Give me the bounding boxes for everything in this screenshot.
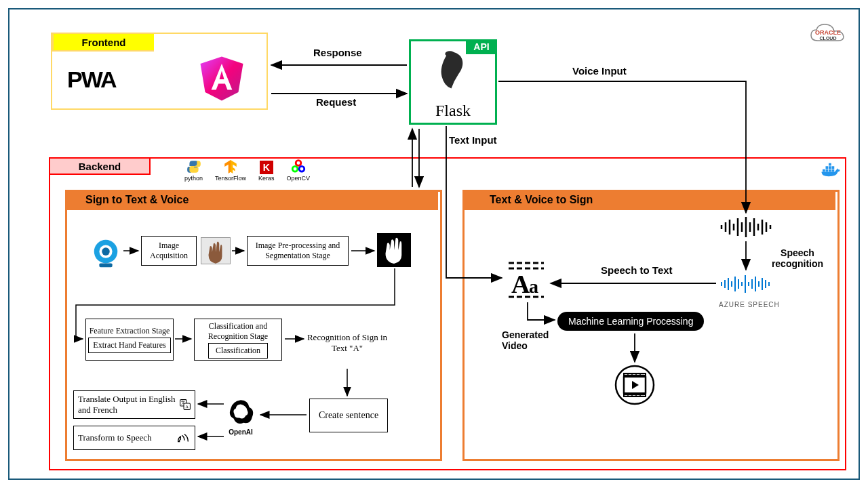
svg-text:a: a [529,276,538,297]
angular-logo-icon [198,54,245,104]
backend-title: Backend [49,157,151,175]
svg-point-3 [299,166,304,171]
svg-point-1 [296,161,301,166]
video-icon [614,365,655,408]
hand-image-icon [201,237,231,264]
transform-speech-box: Transform to Speech [73,426,195,450]
svg-rect-5 [826,169,829,172]
docker-icon [821,163,841,182]
request-label: Request [316,96,356,108]
speech-recognition-label: Speech recognition [764,247,831,269]
svg-rect-10 [832,166,835,169]
azure-speech-label: AZURE SPEECH [719,301,780,308]
oracle-cloud-badge: ORACLE CLOUD [804,20,852,53]
openai-icon: OpenAI [226,397,255,436]
svg-text:A: A [185,405,189,409]
api-box: API Flask [409,39,497,125]
svg-point-0 [445,51,454,56]
svg-rect-11 [829,163,831,166]
speech-icon [176,430,191,445]
tensorflow-icon: TensorFlow [215,159,246,182]
preprocessing-box: Image Pre-processing and Segmentation St… [247,236,349,266]
python-icon: python [184,159,203,182]
tech-icons-row: python TensorFlow K Keras OpenCV [184,159,310,182]
sign-to-text-title: Sign to Text & Voice [65,190,438,210]
svg-rect-6 [829,169,831,172]
classification-box: Classification and Recognition Stage Cla… [194,319,282,361]
oracle-text: ORACLE [804,29,852,36]
svg-rect-7 [832,169,835,172]
frontend-box: Frontend PWA [51,33,268,110]
pwa-logo: PWA [67,66,115,93]
svg-point-2 [292,166,298,171]
voice-input-label: Voice Input [572,65,627,77]
azure-wave-icon [719,272,773,298]
svg-rect-9 [829,166,831,169]
svg-rect-15 [99,263,112,267]
webcam-icon [90,237,122,272]
flask-label: Flask [411,102,495,120]
keras-icon: K Keras [258,161,275,182]
svg-text:A: A [511,270,530,298]
cloud-text: CLOUD [804,36,852,41]
typography-icon: A a [505,260,548,304]
svg-rect-4 [823,169,825,172]
svg-point-14 [102,247,110,256]
svg-rect-8 [826,166,829,169]
flask-logo-icon [430,48,477,96]
text-input-label: Text Input [449,134,497,146]
segmented-image-icon [377,233,411,267]
speech-to-text-label: Speech to Text [601,264,673,276]
frontend-title: Frontend [52,33,154,52]
feature-extraction-box: Feature Extraction Stage Extract Hand Fe… [85,319,174,361]
generated-video-label: Generated Video [502,329,563,351]
recognition-text: Recognition of Sign in Text "A" [307,332,388,354]
translate-box: Translate Output in English and French 文… [73,390,195,419]
text-to-sign-title: Text & Voice to Sign [462,190,835,210]
opencv-icon: OpenCV [287,159,311,182]
ml-processing-pill: Machine Learning Processing [557,312,704,331]
create-sentence-box: Create sentence [309,399,388,432]
soundwave-icon [719,216,773,241]
response-label: Response [313,47,362,58]
translate-icon: 文A [180,397,191,412]
image-acquisition-box: Image Acquisition [141,236,197,266]
